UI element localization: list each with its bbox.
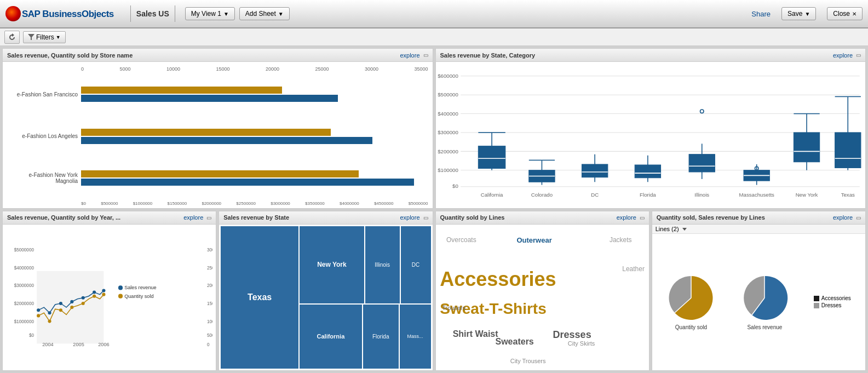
treemap-cell-florida: Florida — [363, 305, 399, 369]
save-button[interactable]: Save ▼ — [781, 7, 816, 20]
treemap-top-row: New York Illinois DC — [300, 226, 430, 303]
chart1-bottom-axis: $0 $500000 $1000000 $1500000 $2000000 $2… — [7, 201, 428, 206]
svg-text:Illinois: Illinois — [694, 192, 709, 198]
svg-point-77 — [102, 289, 105, 292]
svg-rect-70 — [37, 271, 104, 343]
svg-rect-46 — [794, 133, 819, 162]
chart3-minimize[interactable]: ▭ — [206, 215, 211, 221]
svg-point-82 — [82, 301, 85, 305]
my-view-label: My View 1 — [191, 10, 221, 18]
chart2-explore[interactable]: explore — [833, 52, 853, 59]
chart1-explore[interactable]: explore — [400, 52, 419, 59]
chart6-minimize[interactable]: ▭ — [856, 215, 861, 221]
chart4-panel: Sales revenue by State explore ▭ Texas — [219, 211, 433, 371]
svg-text:10000: 10000 — [207, 319, 212, 324]
legend-swatch-accessories — [814, 296, 819, 301]
bar-label: e-Fashion San Francisco — [7, 91, 81, 97]
svg-text:20000: 20000 — [207, 283, 212, 288]
chart2-minimize[interactable]: ▭ — [856, 52, 861, 58]
lines-selector: Lines (2) — [652, 225, 865, 234]
svg-point-88 — [118, 285, 123, 290]
boxplot-svg: $600000 $500000 $400000 $300000 $200000 … — [436, 62, 866, 208]
svg-text:$300000: $300000 — [438, 129, 458, 135]
table-row: e-Fashion San Francisco — [7, 87, 428, 102]
chart3-title: Sales revenue, Quantity sold by Year, ..… — [7, 214, 120, 221]
legend-label-accessories: Accessories — [821, 295, 851, 301]
chart6-body: Quantity sold Sales revenue — [652, 234, 865, 371]
chart5-explore[interactable]: explore — [617, 214, 636, 221]
svg-point-79 — [48, 319, 51, 323]
toolbar-icon-btn[interactable] — [4, 31, 20, 44]
svg-point-72 — [48, 311, 51, 314]
chart1-panel: Sales revenue, Quantity sold by Store na… — [2, 48, 433, 209]
svg-point-73 — [59, 301, 62, 305]
bottom-row: Sales revenue, Quantity sold by Year, ..… — [2, 211, 866, 371]
table-row: e-Fashion Los Angeles — [7, 129, 428, 144]
treemap-label-newyork: New York — [317, 261, 347, 268]
pie1-label: Quantity sold — [675, 324, 707, 330]
treemap: Texas New York Illinois — [221, 226, 430, 369]
save-arrow: ▼ — [804, 11, 810, 17]
svg-text:New York: New York — [795, 192, 818, 198]
svg-marker-0 — [28, 34, 35, 40]
blue-bar — [81, 95, 338, 102]
lines-chevron-icon[interactable] — [681, 226, 688, 232]
svg-text:Florida: Florida — [640, 192, 656, 198]
chart6-title: Quantity sold, Sales revenue by Lines — [657, 214, 765, 221]
wc-word-dresses: Dresses — [553, 329, 591, 341]
wc-word-trousers: Trousers — [442, 305, 465, 311]
svg-rect-32 — [635, 165, 660, 178]
revenue-pie-svg — [740, 273, 789, 323]
chart5-title: Quantity sold by Lines — [440, 214, 505, 221]
chart4-minimize[interactable]: ▭ — [423, 215, 428, 221]
my-view-button[interactable]: My View 1 ▼ — [185, 7, 235, 20]
chart2-title: Sales revenue by State, Category — [440, 52, 536, 59]
svg-text:2006: 2006 — [98, 342, 109, 347]
svg-point-81 — [70, 306, 73, 309]
bar-group — [81, 170, 428, 186]
svg-text:$1000000: $1000000 — [14, 319, 35, 324]
wc-word-citytrousers: City Trousers — [510, 358, 546, 364]
svg-text:Texas: Texas — [841, 192, 854, 198]
treemap-label-california: California — [317, 333, 345, 340]
svg-text:Colorado: Colorado — [531, 192, 552, 198]
save-label: Save — [787, 10, 802, 18]
chart1-controls: explore ▭ — [400, 52, 428, 59]
chart5-minimize[interactable]: ▭ — [640, 215, 645, 221]
close-button[interactable]: Close ✕ — [827, 7, 863, 20]
pie2-container: Sales revenue — [740, 273, 789, 330]
chart4-explore[interactable]: explore — [400, 214, 419, 221]
wc-word-jackets: Jackets — [610, 236, 632, 244]
chart3-panel: Sales revenue, Quantity sold by Year, ..… — [2, 211, 216, 371]
table-row: e-Fashion New York Magnolia — [7, 170, 428, 186]
filters-button[interactable]: Filters ▼ — [23, 31, 66, 43]
wc-word-outerwear: Outerwear — [516, 236, 551, 244]
svg-rect-37 — [689, 154, 715, 172]
blue-bar — [81, 137, 372, 144]
close-arrow: ✕ — [852, 11, 856, 17]
chart4-body: Texas New York Illinois — [219, 225, 432, 371]
svg-text:$100000: $100000 — [438, 167, 458, 173]
chart6-explore[interactable]: explore — [833, 214, 853, 221]
bar-label: e-Fashion New York Magnolia — [7, 172, 81, 184]
svg-point-35 — [700, 110, 703, 113]
treemap-cell-newyork: New York — [300, 226, 364, 303]
main-grid: Sales revenue, Quantity sold by Store na… — [0, 46, 868, 373]
document-title: Sales US — [136, 9, 169, 18]
svg-text:$0: $0 — [29, 333, 35, 338]
share-button[interactable]: Share — [751, 10, 771, 18]
chart1-body: 0 5000 10000 15000 20000 25000 30000 350… — [3, 62, 433, 208]
logo-area: SAP BusinessObjects — [5, 6, 114, 21]
svg-text:25000: 25000 — [207, 265, 212, 270]
wc-word-overcoats: Overcoats — [446, 236, 476, 244]
treemap-label-dc: DC — [412, 262, 419, 268]
svg-text:$2000000: $2000000 — [14, 301, 35, 306]
chart3-explore[interactable]: explore — [183, 214, 203, 221]
chart4-title: Sales revenue by State — [223, 214, 289, 221]
chart1-minimize[interactable]: ▭ — [423, 52, 428, 58]
blue-bar — [81, 179, 414, 186]
add-sheet-button[interactable]: Add Sheet ▼ — [239, 7, 290, 20]
wc-word-shirtwait: Shirt Waist — [453, 329, 498, 339]
chart1-bars: e-Fashion San Francisco e-Fashion Los An… — [7, 73, 428, 199]
gold-bar — [81, 87, 282, 94]
